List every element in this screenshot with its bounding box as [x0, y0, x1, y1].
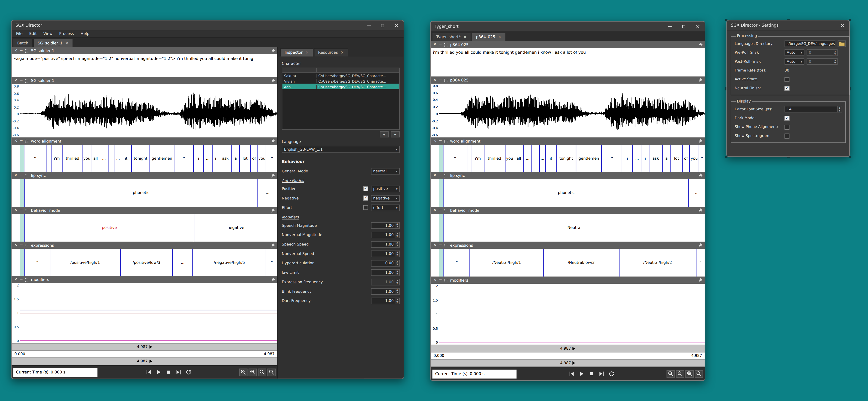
- panel-expand-icon[interactable]: [444, 79, 447, 82]
- segment[interactable]: ...: [523, 145, 532, 172]
- dart-frequency-spinner[interactable]: 1.00: [371, 297, 400, 304]
- segment[interactable]: i: [212, 145, 219, 172]
- play-button[interactable]: [578, 370, 586, 378]
- segment[interactable]: it: [121, 145, 131, 172]
- tab-tyger-short-[interactable]: Tyger_short*: [432, 33, 471, 41]
- panel-expand-icon[interactable]: [25, 209, 28, 212]
- panel-expand-icon[interactable]: [444, 209, 447, 212]
- pin-icon[interactable]: [698, 139, 703, 143]
- effort-mode-select[interactable]: effort: [371, 204, 400, 211]
- spin-down-icon[interactable]: [395, 291, 399, 294]
- segment[interactable]: you: [689, 145, 699, 172]
- panel-expand-icon[interactable]: [25, 278, 28, 281]
- panel-header[interactable]: modifiers: [431, 277, 705, 284]
- panel-collapse-icon[interactable]: [438, 42, 442, 47]
- show-spectrogram-checkbox[interactable]: [784, 133, 789, 138]
- segment-gap[interactable]: [439, 214, 443, 241]
- timeline-scrollbar-top[interactable]: 4.987: [11, 343, 277, 351]
- spin-down-icon[interactable]: [395, 273, 399, 275]
- text-editor[interactable]: i'm thrilled you all could make it tonig…: [431, 48, 705, 76]
- pin-icon[interactable]: [271, 139, 275, 143]
- segment[interactable]: ...: [100, 145, 108, 172]
- skip-end-button[interactable]: [174, 368, 182, 376]
- segment[interactable]: a: [231, 145, 240, 172]
- menu-view[interactable]: View: [40, 32, 56, 36]
- panel-expand-icon[interactable]: [25, 139, 28, 143]
- menu-process[interactable]: Process: [56, 32, 77, 36]
- resize-handle[interactable]: [786, 19, 789, 20]
- segment[interactable]: gentlemen: [150, 145, 174, 172]
- resize-handle[interactable]: [786, 157, 789, 158]
- panel-close-icon[interactable]: [14, 243, 18, 247]
- segment-gap[interactable]: [439, 145, 443, 172]
- nonverbal-speed-spinner[interactable]: 1.00: [371, 250, 400, 257]
- segment[interactable]: ask: [219, 145, 231, 172]
- effort-checkbox[interactable]: [363, 205, 368, 210]
- language-select[interactable]: English_GB-EAW_1.1: [282, 146, 400, 153]
- nonverbal-magnitude-spinner[interactable]: 1.00: [371, 231, 400, 238]
- segment[interactable]: ...: [539, 145, 545, 172]
- segment[interactable]: you: [505, 145, 514, 172]
- waveform-plot[interactable]: [439, 84, 705, 138]
- panel-expand-icon[interactable]: [25, 79, 28, 82]
- segment[interactable]: tonight: [556, 145, 576, 172]
- segment[interactable]: you: [82, 145, 91, 172]
- tab-close-icon[interactable]: [341, 51, 344, 55]
- panel-header[interactable]: behavior mode: [11, 207, 277, 214]
- panel-header[interactable]: behavior mode: [431, 207, 705, 214]
- panel-close-icon[interactable]: [433, 174, 437, 177]
- panel-close-icon[interactable]: [433, 208, 437, 212]
- panel-header[interactable]: SG soldier 1: [11, 77, 277, 84]
- spin-down-icon[interactable]: [395, 300, 399, 303]
- panel-collapse-icon[interactable]: [438, 139, 442, 143]
- segment-gap[interactable]: [439, 179, 443, 207]
- browse-folder-button[interactable]: [838, 40, 846, 47]
- panel-header[interactable]: modifiers: [11, 276, 277, 283]
- panel-collapse-icon[interactable]: [20, 174, 23, 177]
- segment[interactable]: ask: [649, 145, 662, 172]
- segment-gap[interactable]: [20, 179, 24, 207]
- tab-close-icon[interactable]: [498, 35, 501, 39]
- segment-gap[interactable]: [20, 214, 24, 241]
- post-roll-mode-select[interactable]: Auto: [784, 58, 804, 65]
- segment[interactable]: ^: [174, 145, 193, 172]
- stop-button[interactable]: [164, 368, 173, 376]
- segment[interactable]: i: [622, 145, 632, 172]
- segment[interactable]: thrilled: [484, 145, 505, 172]
- pin-icon[interactable]: [271, 49, 275, 53]
- timeline-scrollbar-bottom[interactable]: 4.987: [431, 359, 705, 367]
- hyperarticulation-spinner[interactable]: 0.00: [371, 260, 400, 266]
- sgx-text-editor[interactable]: <sgx mode="positive" speech_magnitude="1…: [11, 54, 277, 77]
- segment[interactable]: lot: [671, 145, 682, 172]
- positive-checkbox[interactable]: [363, 186, 368, 191]
- panel-expand-icon[interactable]: [444, 43, 447, 46]
- panel-header[interactable]: p364 025: [431, 41, 705, 48]
- panel-close-icon[interactable]: [14, 278, 18, 282]
- neutral-finish-checkbox[interactable]: [784, 86, 789, 91]
- segment[interactable]: /negative/high/5: [192, 249, 266, 276]
- panel-header[interactable]: lip sync: [11, 172, 277, 179]
- resize-handle[interactable]: [849, 19, 851, 21]
- panel-collapse-icon[interactable]: [20, 139, 23, 143]
- pin-icon[interactable]: [698, 208, 703, 212]
- segment[interactable]: of: [250, 145, 257, 172]
- segment[interactable]: ^: [443, 249, 469, 277]
- skip-start-button[interactable]: [144, 368, 153, 376]
- segment[interactable]: ^: [696, 249, 705, 277]
- play-button[interactable]: [154, 368, 162, 376]
- segment[interactable]: ...: [203, 145, 212, 172]
- pin-icon[interactable]: [271, 173, 275, 177]
- spin-down-icon[interactable]: [833, 53, 837, 56]
- zoom-selection-button[interactable]: [258, 368, 266, 376]
- segment-gap[interactable]: [108, 145, 115, 172]
- segment[interactable]: i'm: [51, 145, 62, 172]
- stop-button[interactable]: [587, 370, 596, 378]
- panel-expand-icon[interactable]: [25, 244, 28, 247]
- resize-handle[interactable]: [849, 156, 851, 158]
- modifiers-plot[interactable]: [20, 283, 277, 343]
- segment[interactable]: all: [514, 145, 523, 172]
- spin-down-icon[interactable]: [395, 282, 399, 285]
- dark-mode-checkbox[interactable]: [784, 115, 789, 120]
- menu-help[interactable]: Help: [77, 32, 93, 36]
- spin-down-icon[interactable]: [395, 225, 399, 228]
